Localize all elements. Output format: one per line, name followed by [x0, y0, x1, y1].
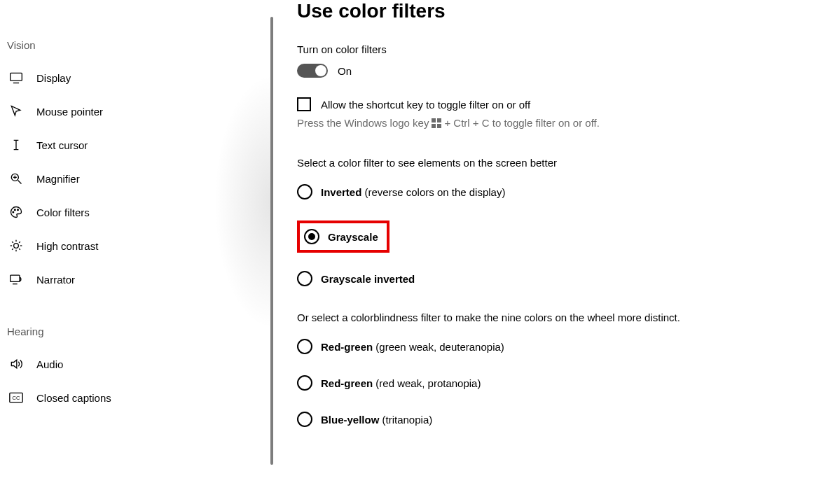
svg-rect-0 — [11, 73, 22, 80]
narrator-icon — [8, 272, 24, 287]
sidebar-item-label: High contrast — [36, 240, 98, 252]
svg-point-7 — [13, 211, 14, 213]
radio-label: Red-green (red weak, protanopia) — [321, 377, 481, 389]
svg-line-17 — [19, 241, 20, 243]
sidebar-item-label: Display — [36, 72, 71, 84]
radio-button — [297, 339, 312, 354]
svg-line-15 — [12, 241, 13, 243]
radio-grayscale[interactable]: Grayscale — [304, 229, 378, 244]
mouse-pointer-icon — [8, 104, 24, 119]
toggle-state-label: On — [338, 65, 352, 77]
toggle-row: On — [297, 64, 814, 78]
radio-blueyellow-tritanopia[interactable]: Blue-yellow (tritanopia) — [297, 412, 814, 427]
shortcut-checkbox-row: Allow the shortcut key to toggle filter … — [297, 97, 814, 111]
radio-label: Red-green (green weak, deuteranopia) — [321, 341, 504, 353]
text-cursor-icon — [8, 137, 24, 153]
brightness-icon — [8, 238, 24, 253]
sidebar-item-label: Color filters — [36, 206, 90, 218]
svg-line-16 — [19, 248, 20, 250]
radio-button — [304, 229, 319, 244]
sidebar-item-label: Text cursor — [36, 139, 88, 151]
svg-rect-19 — [11, 275, 20, 281]
radio-inverted[interactable]: Inverted (reverse colors on the display) — [297, 184, 814, 200]
sidebar-scrollbar[interactable] — [270, 17, 273, 465]
svg-point-8 — [15, 209, 16, 211]
sidebar-item-label: Magnifier — [36, 173, 80, 185]
toggle-section-title: Turn on color filters — [297, 43, 814, 55]
shortcut-checkbox[interactable] — [297, 97, 311, 111]
radio-label: Blue-yellow (tritanopia) — [321, 414, 432, 426]
radio-button — [297, 184, 312, 200]
radio-redgreen-protanopia[interactable]: Red-green (red weak, protanopia) — [297, 375, 814, 391]
radio-button — [297, 375, 312, 391]
color-filters-toggle[interactable] — [297, 64, 328, 78]
svg-line-18 — [12, 248, 13, 250]
windows-logo-icon — [432, 118, 441, 128]
svg-rect-24 — [437, 118, 441, 122]
settings-window: Vision Display Mouse pointer Text cursor… — [0, 0, 814, 504]
colorblind-filter-label: Or select a colorblindness filter to mak… — [297, 312, 689, 323]
palette-icon — [8, 204, 24, 220]
radio-grayscale-inverted[interactable]: Grayscale inverted — [297, 271, 814, 286]
content-pane: Use color filters Turn on color filters … — [273, 0, 814, 504]
sidebar-item-label: Mouse pointer — [36, 106, 103, 118]
radio-button — [297, 412, 312, 427]
svg-rect-23 — [432, 118, 436, 122]
sidebar: Vision Display Mouse pointer Text cursor… — [0, 0, 273, 504]
select-filter-label: Select a color filter to see elements on… — [297, 157, 814, 169]
radio-label: Grayscale inverted — [321, 273, 415, 285]
svg-point-9 — [18, 209, 19, 211]
radio-label: Grayscale — [328, 231, 378, 243]
svg-rect-26 — [437, 124, 441, 128]
toggle-knob — [315, 65, 326, 76]
sidebar-item-label: Audio — [36, 358, 63, 370]
page-title: Use color filters — [297, 0, 814, 22]
cc-icon: CC — [8, 390, 24, 405]
radio-label: Inverted (reverse colors on the display) — [321, 186, 505, 198]
shortcut-checkbox-label: Allow the shortcut key to toggle filter … — [321, 99, 530, 111]
radio-button — [297, 271, 312, 286]
svg-text:CC: CC — [13, 395, 20, 401]
svg-line-4 — [18, 181, 22, 184]
shortcut-hint: Press the Windows logo key + Ctrl + C to… — [297, 117, 814, 129]
speaker-icon — [8, 356, 24, 372]
svg-rect-25 — [432, 124, 436, 128]
radio-redgreen-deuteranopia[interactable]: Red-green (green weak, deuteranopia) — [297, 339, 814, 354]
hint-text-a: Press the Windows logo key — [297, 117, 429, 129]
svg-point-10 — [14, 244, 19, 248]
hint-text-b: + Ctrl + C to toggle filter on or off. — [444, 117, 600, 129]
monitor-icon — [8, 70, 24, 85]
magnifier-icon — [8, 171, 24, 186]
sidebar-item-label: Closed captions — [36, 392, 111, 404]
highlight-box: Grayscale — [297, 220, 389, 253]
sidebar-shadow — [175, 0, 273, 504]
sidebar-item-label: Narrator — [36, 274, 75, 286]
